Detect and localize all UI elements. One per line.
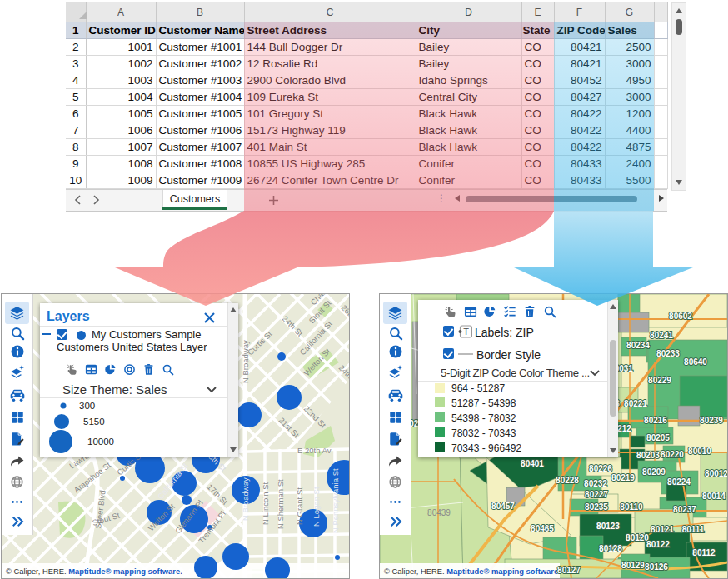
svg-text:54398 - 78032: 54398 - 78032	[451, 412, 516, 424]
svg-text:80112: 80112	[692, 548, 716, 557]
svg-text:300: 300	[79, 401, 95, 411]
svg-text:80129: 80129	[621, 561, 645, 570]
svg-text:© Caliper, HERE. Maptitude® ma: © Caliper, HERE. Maptitude® mapping soft…	[6, 567, 182, 576]
svg-text:80110: 80110	[620, 502, 643, 512]
svg-text:80128: 80128	[599, 544, 622, 553]
svg-text:80216: 80216	[644, 416, 667, 425]
svg-text:N Broadway: N Broadway	[241, 477, 250, 521]
svg-text:80121: 80121	[651, 525, 674, 534]
svg-text:80127: 80127	[557, 566, 581, 575]
svg-text:80439: 80439	[427, 508, 451, 517]
svg-text:80640: 80640	[684, 357, 707, 367]
svg-text:964 - 51287: 964 - 51287	[451, 382, 505, 394]
svg-text:80012: 80012	[705, 469, 727, 478]
svg-text:70343 - 966492: 70343 - 966492	[451, 442, 521, 454]
svg-text:80228: 80228	[556, 476, 579, 485]
svg-text:80241: 80241	[650, 331, 673, 340]
svg-text:80401: 80401	[521, 459, 544, 468]
svg-text:80226: 80226	[589, 464, 612, 473]
svg-text:80010: 80010	[688, 447, 711, 456]
svg-text:80209: 80209	[642, 467, 666, 477]
svg-text:© Caliper, HERE. Maptitude® ma: © Caliper, HERE. Maptitude® mapping soft…	[384, 567, 561, 576]
svg-text:N Logan St: N Logan St	[312, 487, 321, 527]
svg-text:80203: 80203	[636, 451, 660, 460]
svg-text:N Sherman St: N Sherman St	[276, 479, 285, 529]
svg-text:80219: 80219	[611, 473, 635, 482]
svg-text:80239: 80239	[700, 416, 723, 425]
svg-text:N Lincoln St: N Lincoln St	[261, 482, 270, 525]
svg-text:E 20th Av: E 20th Av	[297, 446, 332, 455]
svg-text:80237: 80237	[673, 505, 696, 514]
svg-text:N Pennsylvania St: N Pennsylvania St	[331, 468, 340, 533]
svg-text:10000: 10000	[87, 437, 114, 447]
svg-text:80235: 80235	[585, 502, 608, 512]
svg-text:5150: 5150	[83, 417, 105, 427]
svg-text:80014: 80014	[702, 492, 726, 501]
svg-text:T: T	[463, 327, 469, 337]
svg-text:51287 - 54398: 51287 - 54398	[451, 397, 516, 409]
svg-text:80234: 80234	[626, 341, 650, 350]
svg-text:80602: 80602	[669, 312, 692, 321]
svg-text:78032 - 70343: 78032 - 70343	[451, 427, 516, 439]
svg-text:80126: 80126	[645, 562, 668, 572]
svg-text:80457: 80457	[491, 502, 515, 511]
svg-text:80123: 80123	[596, 522, 620, 531]
svg-text:80465: 80465	[531, 524, 554, 533]
svg-text:80122: 80122	[646, 540, 670, 549]
svg-text:N Broadway: N Broadway	[241, 340, 250, 383]
svg-text:80120: 80120	[626, 533, 649, 542]
svg-text:80232: 80232	[584, 479, 607, 488]
svg-text:80227: 80227	[585, 490, 608, 499]
svg-text:80224: 80224	[667, 477, 691, 487]
svg-text:80221: 80221	[624, 399, 647, 408]
svg-text:80205: 80205	[646, 433, 670, 442]
svg-text:80229: 80229	[648, 376, 671, 385]
svg-text:80111: 80111	[682, 525, 705, 534]
svg-text:80220: 80220	[661, 450, 684, 459]
svg-text:80233: 80233	[656, 349, 680, 358]
svg-text:N Grant St: N Grant St	[295, 487, 304, 525]
